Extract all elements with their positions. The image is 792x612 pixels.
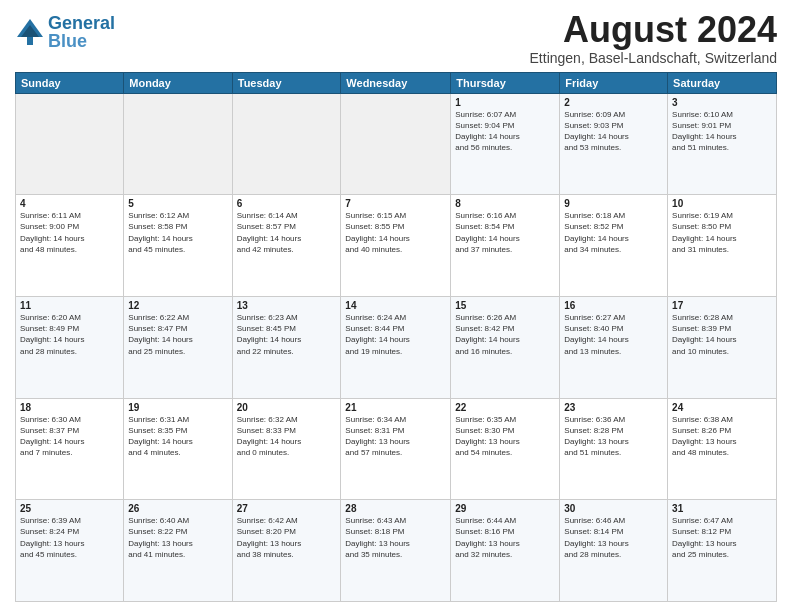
table-row: 14Sunrise: 6:24 AM Sunset: 8:44 PM Dayli… — [341, 296, 451, 398]
cell-info: Sunrise: 6:47 AM Sunset: 8:12 PM Dayligh… — [672, 515, 772, 560]
location-title: Ettingen, Basel-Landschaft, Switzerland — [530, 50, 777, 66]
week-row-3: 11Sunrise: 6:20 AM Sunset: 8:49 PM Dayli… — [16, 296, 777, 398]
cell-info: Sunrise: 6:42 AM Sunset: 8:20 PM Dayligh… — [237, 515, 337, 560]
day-number: 24 — [672, 402, 772, 413]
table-row: 11Sunrise: 6:20 AM Sunset: 8:49 PM Dayli… — [16, 296, 124, 398]
cell-info: Sunrise: 6:20 AM Sunset: 8:49 PM Dayligh… — [20, 312, 119, 357]
table-row: 27Sunrise: 6:42 AM Sunset: 8:20 PM Dayli… — [232, 500, 341, 602]
cell-info: Sunrise: 6:46 AM Sunset: 8:14 PM Dayligh… — [564, 515, 663, 560]
day-number: 19 — [128, 402, 227, 413]
cell-info: Sunrise: 6:44 AM Sunset: 8:16 PM Dayligh… — [455, 515, 555, 560]
table-row: 1Sunrise: 6:07 AM Sunset: 9:04 PM Daylig… — [451, 93, 560, 195]
logo: General Blue — [15, 14, 115, 50]
table-row — [341, 93, 451, 195]
table-row: 3Sunrise: 6:10 AM Sunset: 9:01 PM Daylig… — [668, 93, 777, 195]
cell-info: Sunrise: 6:38 AM Sunset: 8:26 PM Dayligh… — [672, 414, 772, 459]
title-block: August 2024 Ettingen, Basel-Landschaft, … — [530, 10, 777, 66]
cell-info: Sunrise: 6:30 AM Sunset: 8:37 PM Dayligh… — [20, 414, 119, 459]
cell-info: Sunrise: 6:14 AM Sunset: 8:57 PM Dayligh… — [237, 210, 337, 255]
day-number: 8 — [455, 198, 555, 209]
cell-info: Sunrise: 6:07 AM Sunset: 9:04 PM Dayligh… — [455, 109, 555, 154]
cell-info: Sunrise: 6:35 AM Sunset: 8:30 PM Dayligh… — [455, 414, 555, 459]
day-number: 31 — [672, 503, 772, 514]
header-wednesday: Wednesday — [341, 72, 451, 93]
cell-info: Sunrise: 6:39 AM Sunset: 8:24 PM Dayligh… — [20, 515, 119, 560]
table-row: 10Sunrise: 6:19 AM Sunset: 8:50 PM Dayli… — [668, 195, 777, 297]
table-row: 12Sunrise: 6:22 AM Sunset: 8:47 PM Dayli… — [124, 296, 232, 398]
table-row: 21Sunrise: 6:34 AM Sunset: 8:31 PM Dayli… — [341, 398, 451, 500]
table-row: 18Sunrise: 6:30 AM Sunset: 8:37 PM Dayli… — [16, 398, 124, 500]
table-row: 30Sunrise: 6:46 AM Sunset: 8:14 PM Dayli… — [560, 500, 668, 602]
day-number: 29 — [455, 503, 555, 514]
table-row: 8Sunrise: 6:16 AM Sunset: 8:54 PM Daylig… — [451, 195, 560, 297]
day-number: 1 — [455, 97, 555, 108]
cell-info: Sunrise: 6:23 AM Sunset: 8:45 PM Dayligh… — [237, 312, 337, 357]
header-monday: Monday — [124, 72, 232, 93]
day-number: 3 — [672, 97, 772, 108]
header-saturday: Saturday — [668, 72, 777, 93]
table-row: 22Sunrise: 6:35 AM Sunset: 8:30 PM Dayli… — [451, 398, 560, 500]
cell-info: Sunrise: 6:18 AM Sunset: 8:52 PM Dayligh… — [564, 210, 663, 255]
table-row: 28Sunrise: 6:43 AM Sunset: 8:18 PM Dayli… — [341, 500, 451, 602]
table-row: 7Sunrise: 6:15 AM Sunset: 8:55 PM Daylig… — [341, 195, 451, 297]
header-thursday: Thursday — [451, 72, 560, 93]
day-number: 7 — [345, 198, 446, 209]
table-row: 16Sunrise: 6:27 AM Sunset: 8:40 PM Dayli… — [560, 296, 668, 398]
cell-info: Sunrise: 6:16 AM Sunset: 8:54 PM Dayligh… — [455, 210, 555, 255]
day-number: 30 — [564, 503, 663, 514]
table-row — [124, 93, 232, 195]
cell-info: Sunrise: 6:31 AM Sunset: 8:35 PM Dayligh… — [128, 414, 227, 459]
cell-info: Sunrise: 6:36 AM Sunset: 8:28 PM Dayligh… — [564, 414, 663, 459]
table-row: 15Sunrise: 6:26 AM Sunset: 8:42 PM Dayli… — [451, 296, 560, 398]
day-number: 11 — [20, 300, 119, 311]
cell-info: Sunrise: 6:34 AM Sunset: 8:31 PM Dayligh… — [345, 414, 446, 459]
month-title: August 2024 — [530, 10, 777, 50]
cell-info: Sunrise: 6:24 AM Sunset: 8:44 PM Dayligh… — [345, 312, 446, 357]
table-row: 9Sunrise: 6:18 AM Sunset: 8:52 PM Daylig… — [560, 195, 668, 297]
day-number: 25 — [20, 503, 119, 514]
cell-info: Sunrise: 6:15 AM Sunset: 8:55 PM Dayligh… — [345, 210, 446, 255]
day-number: 21 — [345, 402, 446, 413]
header-sunday: Sunday — [16, 72, 124, 93]
cell-info: Sunrise: 6:11 AM Sunset: 9:00 PM Dayligh… — [20, 210, 119, 255]
day-number: 23 — [564, 402, 663, 413]
table-row: 20Sunrise: 6:32 AM Sunset: 8:33 PM Dayli… — [232, 398, 341, 500]
week-row-5: 25Sunrise: 6:39 AM Sunset: 8:24 PM Dayli… — [16, 500, 777, 602]
logo-line2: Blue — [48, 31, 87, 51]
day-number: 2 — [564, 97, 663, 108]
day-number: 26 — [128, 503, 227, 514]
table-row: 19Sunrise: 6:31 AM Sunset: 8:35 PM Dayli… — [124, 398, 232, 500]
logo-line1: General — [48, 13, 115, 33]
cell-info: Sunrise: 6:40 AM Sunset: 8:22 PM Dayligh… — [128, 515, 227, 560]
cell-info: Sunrise: 6:26 AM Sunset: 8:42 PM Dayligh… — [455, 312, 555, 357]
table-row: 25Sunrise: 6:39 AM Sunset: 8:24 PM Dayli… — [16, 500, 124, 602]
header-friday: Friday — [560, 72, 668, 93]
day-number: 12 — [128, 300, 227, 311]
table-row: 17Sunrise: 6:28 AM Sunset: 8:39 PM Dayli… — [668, 296, 777, 398]
cell-info: Sunrise: 6:28 AM Sunset: 8:39 PM Dayligh… — [672, 312, 772, 357]
week-row-1: 1Sunrise: 6:07 AM Sunset: 9:04 PM Daylig… — [16, 93, 777, 195]
day-number: 10 — [672, 198, 772, 209]
table-row: 24Sunrise: 6:38 AM Sunset: 8:26 PM Dayli… — [668, 398, 777, 500]
day-number: 16 — [564, 300, 663, 311]
table-row: 13Sunrise: 6:23 AM Sunset: 8:45 PM Dayli… — [232, 296, 341, 398]
table-row: 26Sunrise: 6:40 AM Sunset: 8:22 PM Dayli… — [124, 500, 232, 602]
table-row: 23Sunrise: 6:36 AM Sunset: 8:28 PM Dayli… — [560, 398, 668, 500]
cell-info: Sunrise: 6:43 AM Sunset: 8:18 PM Dayligh… — [345, 515, 446, 560]
table-row: 31Sunrise: 6:47 AM Sunset: 8:12 PM Dayli… — [668, 500, 777, 602]
calendar-header-row: Sunday Monday Tuesday Wednesday Thursday… — [16, 72, 777, 93]
day-number: 13 — [237, 300, 337, 311]
day-number: 17 — [672, 300, 772, 311]
table-row — [16, 93, 124, 195]
page: General Blue August 2024 Ettingen, Basel… — [0, 0, 792, 612]
header: General Blue August 2024 Ettingen, Basel… — [15, 10, 777, 66]
day-number: 14 — [345, 300, 446, 311]
cell-info: Sunrise: 6:10 AM Sunset: 9:01 PM Dayligh… — [672, 109, 772, 154]
cell-info: Sunrise: 6:19 AM Sunset: 8:50 PM Dayligh… — [672, 210, 772, 255]
day-number: 15 — [455, 300, 555, 311]
week-row-4: 18Sunrise: 6:30 AM Sunset: 8:37 PM Dayli… — [16, 398, 777, 500]
day-number: 18 — [20, 402, 119, 413]
logo-icon — [15, 17, 45, 47]
table-row: 6Sunrise: 6:14 AM Sunset: 8:57 PM Daylig… — [232, 195, 341, 297]
day-number: 4 — [20, 198, 119, 209]
